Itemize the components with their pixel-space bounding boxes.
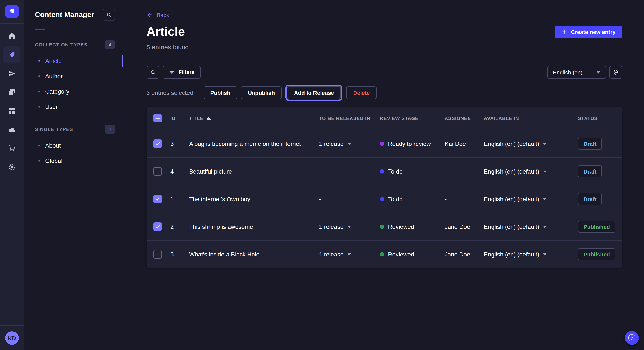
search-button[interactable] bbox=[146, 66, 159, 79]
cell-assignee: - bbox=[445, 196, 484, 202]
sidebar-item-author[interactable]: Author bbox=[24, 68, 123, 84]
column-header-id[interactable]: ID bbox=[170, 116, 189, 121]
cell-id: 2 bbox=[170, 223, 189, 230]
create-new-entry-button[interactable]: Create new entry bbox=[555, 25, 622, 38]
chevron-down-icon bbox=[347, 253, 351, 255]
entries-table: ID TITLE TO BE RELEASED IN REVIEW STAGE … bbox=[146, 107, 622, 268]
nav-rail: KD bbox=[0, 0, 24, 350]
publish-button[interactable]: Publish bbox=[204, 86, 237, 99]
row-checkbox[interactable] bbox=[153, 222, 162, 231]
sidebar-item-label: Article bbox=[45, 57, 62, 64]
cell-locale-dropdown[interactable]: English (en) (default) bbox=[484, 140, 578, 147]
table-header-row: ID TITLE TO BE RELEASED IN REVIEW STAGE … bbox=[146, 107, 622, 130]
table-row[interactable]: 3 A bug is becoming a meme on the intern… bbox=[146, 130, 622, 157]
cell-assignee: Kai Doe bbox=[445, 140, 484, 147]
cell-title: Beautiful picture bbox=[189, 168, 319, 175]
locale-selected-value: English (en) bbox=[553, 69, 582, 75]
cell-release-dropdown[interactable]: 1 release bbox=[319, 223, 380, 230]
column-header-assignee: ASSIGNEE bbox=[445, 116, 484, 121]
cell-title: This shrimp is awesome bbox=[189, 223, 319, 230]
cell-release-dropdown[interactable]: 1 release bbox=[319, 140, 380, 147]
cell-id: 4 bbox=[170, 168, 189, 175]
gear-icon[interactable] bbox=[4, 159, 20, 176]
help-button[interactable]: ? bbox=[625, 331, 639, 345]
release-value: - bbox=[319, 196, 321, 202]
delete-button[interactable]: Delete bbox=[346, 86, 376, 99]
cell-assignee: - bbox=[445, 168, 484, 175]
cell-title: What's inside a Black Hole bbox=[189, 251, 319, 258]
cell-release-dropdown[interactable]: - bbox=[319, 196, 380, 202]
bullet-icon bbox=[38, 160, 40, 162]
home-icon[interactable] bbox=[4, 28, 20, 45]
table-row[interactable]: 1 The internet's Own boy - To do - Engli… bbox=[146, 185, 622, 213]
table-row[interactable]: 4 Beautiful picture - To do - English (e… bbox=[146, 157, 622, 185]
cell-locale-dropdown[interactable]: English (en) (default) bbox=[484, 251, 578, 258]
sidebar-item-label: Author bbox=[45, 73, 63, 80]
layout-icon[interactable] bbox=[4, 103, 20, 120]
question-mark-icon: ? bbox=[628, 334, 636, 342]
cell-assignee: Jane Doe bbox=[445, 251, 484, 258]
sidebar-item-article[interactable]: Article bbox=[24, 53, 123, 68]
chevron-down-icon bbox=[543, 198, 546, 200]
toolbar: Filters English (en) bbox=[146, 66, 622, 79]
pictures-icon[interactable] bbox=[4, 84, 20, 101]
cell-locale-dropdown[interactable]: English (en) (default) bbox=[484, 168, 578, 175]
strapi-logo[interactable] bbox=[5, 5, 19, 18]
selection-count-text: 3 entries selected bbox=[146, 89, 193, 96]
release-value: 1 release bbox=[319, 251, 344, 258]
back-link[interactable]: Back bbox=[146, 11, 169, 18]
add-to-release-button[interactable]: Add to Release bbox=[287, 86, 341, 99]
status-badge: Draft bbox=[578, 138, 602, 150]
cell-locale-dropdown[interactable]: English (en) (default) bbox=[484, 196, 578, 202]
cell-release-dropdown[interactable]: 1 release bbox=[319, 251, 380, 258]
locale-value: English (en) (default) bbox=[484, 168, 539, 175]
sidebar-item-global[interactable]: Global bbox=[24, 153, 123, 169]
row-checkbox[interactable] bbox=[153, 195, 162, 203]
sidebar-item-about[interactable]: About bbox=[24, 138, 123, 153]
table-row[interactable]: 2 This shrimp is awesome 1 release Revie… bbox=[146, 213, 622, 240]
locale-select[interactable]: English (en) bbox=[547, 66, 606, 79]
column-header-available-in: AVAILABLE IN bbox=[484, 116, 578, 121]
column-header-title[interactable]: TITLE bbox=[189, 116, 319, 121]
app-screen: KD Content Manager COLLECTION TYPES 4 Ar… bbox=[0, 0, 644, 350]
filters-button[interactable]: Filters bbox=[163, 66, 200, 79]
cell-locale-dropdown[interactable]: English (en) (default) bbox=[484, 223, 578, 230]
cloud-icon[interactable] bbox=[4, 121, 20, 138]
avatar[interactable]: KD bbox=[5, 331, 19, 345]
select-all-checkbox[interactable] bbox=[153, 114, 162, 123]
sidebar-item-label: User bbox=[45, 103, 58, 110]
content-manager-sidebar: Content Manager COLLECTION TYPES 4 Artic… bbox=[24, 0, 123, 350]
cell-release-dropdown[interactable]: - bbox=[319, 168, 380, 175]
settings-button[interactable] bbox=[610, 66, 622, 79]
table-row[interactable]: 5 What's inside a Black Hole 1 release R… bbox=[146, 240, 622, 268]
search-icon bbox=[150, 69, 156, 75]
cell-id: 1 bbox=[170, 196, 189, 202]
row-checkbox[interactable] bbox=[153, 250, 162, 259]
sidebar-item-label: About bbox=[45, 142, 61, 149]
paper-plane-icon[interactable] bbox=[4, 65, 20, 82]
locale-value: English (en) (default) bbox=[484, 223, 539, 230]
cart-icon[interactable] bbox=[4, 140, 20, 157]
sidebar-search-button[interactable] bbox=[103, 8, 115, 21]
unpublish-button[interactable]: Unpublish bbox=[241, 86, 282, 99]
locale-value: English (en) (default) bbox=[484, 140, 539, 147]
status-badge: Published bbox=[578, 248, 616, 260]
bullet-icon bbox=[38, 145, 40, 146]
locale-value: English (en) (default) bbox=[484, 251, 539, 258]
chevron-down-icon bbox=[543, 226, 546, 228]
row-checkbox[interactable] bbox=[153, 140, 162, 148]
create-new-entry-label: Create new entry bbox=[571, 29, 616, 35]
sidebar-item-user[interactable]: User bbox=[24, 99, 123, 114]
stage-dot-icon bbox=[380, 224, 384, 229]
search-icon bbox=[106, 12, 112, 18]
cell-assignee: Jane Doe bbox=[445, 223, 484, 230]
bullet-icon bbox=[38, 75, 40, 77]
status-badge: Draft bbox=[578, 193, 602, 205]
row-checkbox[interactable] bbox=[153, 167, 162, 176]
chevron-down-icon bbox=[543, 143, 546, 145]
sidebar-item-category[interactable]: Category bbox=[24, 84, 123, 99]
single-types-list: About Global bbox=[24, 138, 123, 169]
sort-ascending-icon bbox=[206, 117, 210, 120]
feather-icon[interactable] bbox=[4, 46, 20, 63]
cell-title: A bug is becoming a meme on the internet bbox=[189, 140, 319, 147]
